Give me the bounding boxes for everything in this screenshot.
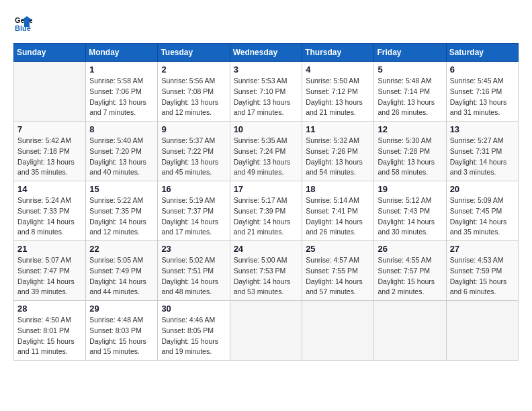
- calendar-cell: 21Sunrise: 5:07 AMSunset: 7:47 PMDayligh…: [14, 241, 86, 301]
- weekday-header: Wednesday: [230, 44, 302, 62]
- calendar-cell: 27Sunrise: 4:53 AMSunset: 7:59 PMDayligh…: [446, 241, 518, 301]
- calendar-week-row: 14Sunrise: 5:24 AMSunset: 7:33 PMDayligh…: [14, 181, 519, 241]
- day-number: 29: [89, 304, 154, 314]
- calendar-cell: 9Sunrise: 5:37 AMSunset: 7:22 PMDaylight…: [158, 122, 230, 181]
- calendar-week-row: 21Sunrise: 5:07 AMSunset: 7:47 PMDayligh…: [14, 241, 519, 301]
- calendar-week-row: 1Sunrise: 5:58 AMSunset: 7:06 PMDaylight…: [14, 62, 519, 122]
- day-number: 21: [17, 244, 82, 254]
- calendar-table: SundayMondayTuesdayWednesdayThursdayFrid…: [13, 43, 519, 361]
- calendar-cell: 22Sunrise: 5:05 AMSunset: 7:49 PMDayligh…: [86, 241, 158, 301]
- calendar-cell: 17Sunrise: 5:17 AMSunset: 7:39 PMDayligh…: [230, 181, 302, 241]
- calendar-cell: [302, 301, 374, 361]
- day-number: 25: [306, 244, 370, 254]
- calendar-cell: 14Sunrise: 5:24 AMSunset: 7:33 PMDayligh…: [14, 181, 86, 241]
- day-number: 8: [89, 124, 154, 134]
- calendar-cell: 25Sunrise: 4:57 AMSunset: 7:55 PMDayligh…: [302, 241, 374, 301]
- day-number: 27: [450, 244, 515, 254]
- day-info: Sunrise: 5:07 AMSunset: 7:47 PMDaylight:…: [17, 255, 82, 298]
- day-number: 13: [450, 124, 515, 134]
- day-info: Sunrise: 5:14 AMSunset: 7:41 PMDaylight:…: [306, 195, 370, 238]
- calendar-cell: 19Sunrise: 5:12 AMSunset: 7:43 PMDayligh…: [374, 181, 446, 241]
- calendar-cell: 30Sunrise: 4:46 AMSunset: 8:05 PMDayligh…: [158, 301, 230, 361]
- day-info: Sunrise: 4:48 AMSunset: 8:03 PMDaylight:…: [89, 315, 154, 357]
- day-info: Sunrise: 5:19 AMSunset: 7:37 PMDaylight:…: [161, 195, 226, 238]
- day-number: 7: [17, 124, 82, 134]
- calendar-cell: 8Sunrise: 5:40 AMSunset: 7:20 PMDaylight…: [86, 122, 158, 181]
- calendar-cell: 10Sunrise: 5:35 AMSunset: 7:24 PMDayligh…: [230, 122, 302, 181]
- calendar-cell: 20Sunrise: 5:09 AMSunset: 7:45 PMDayligh…: [446, 181, 518, 241]
- day-info: Sunrise: 5:27 AMSunset: 7:31 PMDaylight:…: [450, 136, 515, 178]
- day-info: Sunrise: 5:50 AMSunset: 7:12 PMDaylight:…: [306, 76, 370, 118]
- day-number: 10: [234, 124, 299, 134]
- day-number: 19: [378, 184, 442, 194]
- day-number: 3: [234, 64, 299, 75]
- calendar-week-row: 7Sunrise: 5:42 AMSunset: 7:18 PMDaylight…: [14, 122, 519, 181]
- weekday-header: Sunday: [14, 44, 86, 62]
- weekday-header: Friday: [374, 44, 446, 62]
- calendar-cell: 5Sunrise: 5:48 AMSunset: 7:14 PMDaylight…: [374, 62, 446, 122]
- day-info: Sunrise: 5:02 AMSunset: 7:51 PMDaylight:…: [161, 255, 226, 298]
- calendar-cell: [374, 301, 446, 361]
- day-number: 11: [306, 124, 370, 134]
- day-info: Sunrise: 4:55 AMSunset: 7:57 PMDaylight:…: [378, 255, 442, 298]
- calendar-cell: 11Sunrise: 5:32 AMSunset: 7:26 PMDayligh…: [302, 122, 374, 181]
- calendar-cell: 28Sunrise: 4:50 AMSunset: 8:01 PMDayligh…: [14, 301, 86, 361]
- day-number: 6: [450, 64, 515, 75]
- day-info: Sunrise: 5:58 AMSunset: 7:06 PMDaylight:…: [89, 76, 154, 118]
- day-info: Sunrise: 5:53 AMSunset: 7:10 PMDaylight:…: [234, 76, 299, 118]
- calendar-header-row: SundayMondayTuesdayWednesdayThursdayFrid…: [14, 44, 519, 62]
- day-number: 24: [234, 244, 299, 254]
- day-number: 20: [450, 184, 515, 194]
- calendar-cell: 6Sunrise: 5:45 AMSunset: 7:16 PMDaylight…: [446, 62, 518, 122]
- calendar-week-row: 28Sunrise: 4:50 AMSunset: 8:01 PMDayligh…: [14, 301, 519, 361]
- day-info: Sunrise: 5:09 AMSunset: 7:45 PMDaylight:…: [450, 195, 515, 238]
- calendar-cell: 4Sunrise: 5:50 AMSunset: 7:12 PMDaylight…: [302, 62, 374, 122]
- day-info: Sunrise: 5:42 AMSunset: 7:18 PMDaylight:…: [17, 136, 82, 178]
- calendar-cell: 23Sunrise: 5:02 AMSunset: 7:51 PMDayligh…: [158, 241, 230, 301]
- weekday-header: Tuesday: [158, 44, 230, 62]
- day-number: 17: [234, 184, 299, 194]
- day-number: 14: [17, 184, 82, 194]
- day-number: 30: [161, 304, 226, 314]
- logo-icon: General Blue: [13, 13, 32, 32]
- day-info: Sunrise: 5:30 AMSunset: 7:28 PMDaylight:…: [378, 136, 442, 178]
- day-info: Sunrise: 5:48 AMSunset: 7:14 PMDaylight:…: [378, 76, 442, 118]
- day-number: 16: [161, 184, 226, 194]
- day-info: Sunrise: 4:57 AMSunset: 7:55 PMDaylight:…: [306, 255, 370, 298]
- day-number: 28: [17, 304, 82, 314]
- weekday-header: Monday: [86, 44, 158, 62]
- day-number: 9: [161, 124, 226, 134]
- day-info: Sunrise: 5:00 AMSunset: 7:53 PMDaylight:…: [234, 255, 299, 298]
- calendar-cell: 29Sunrise: 4:48 AMSunset: 8:03 PMDayligh…: [86, 301, 158, 361]
- calendar-cell: 26Sunrise: 4:55 AMSunset: 7:57 PMDayligh…: [374, 241, 446, 301]
- calendar-cell: [14, 62, 86, 122]
- day-info: Sunrise: 5:40 AMSunset: 7:20 PMDaylight:…: [89, 136, 154, 178]
- day-info: Sunrise: 5:05 AMSunset: 7:49 PMDaylight:…: [89, 255, 154, 298]
- day-number: 12: [378, 124, 442, 134]
- day-info: Sunrise: 5:17 AMSunset: 7:39 PMDaylight:…: [234, 195, 299, 238]
- day-number: 26: [378, 244, 442, 254]
- calendar-cell: 24Sunrise: 5:00 AMSunset: 7:53 PMDayligh…: [230, 241, 302, 301]
- calendar-cell: 12Sunrise: 5:30 AMSunset: 7:28 PMDayligh…: [374, 122, 446, 181]
- page-header: General Blue: [13, 13, 519, 32]
- day-number: 2: [161, 64, 226, 75]
- calendar-cell: [230, 301, 302, 361]
- calendar-cell: 2Sunrise: 5:56 AMSunset: 7:08 PMDaylight…: [158, 62, 230, 122]
- day-number: 22: [89, 244, 154, 254]
- calendar-cell: 16Sunrise: 5:19 AMSunset: 7:37 PMDayligh…: [158, 181, 230, 241]
- day-info: Sunrise: 4:53 AMSunset: 7:59 PMDaylight:…: [450, 255, 515, 298]
- day-number: 1: [89, 64, 154, 75]
- logo: General Blue: [13, 13, 35, 32]
- day-info: Sunrise: 5:35 AMSunset: 7:24 PMDaylight:…: [234, 136, 299, 178]
- day-info: Sunrise: 5:56 AMSunset: 7:08 PMDaylight:…: [161, 76, 226, 118]
- weekday-header: Thursday: [302, 44, 374, 62]
- day-info: Sunrise: 5:24 AMSunset: 7:33 PMDaylight:…: [17, 195, 82, 238]
- day-number: 23: [161, 244, 226, 254]
- calendar-cell: 18Sunrise: 5:14 AMSunset: 7:41 PMDayligh…: [302, 181, 374, 241]
- calendar-cell: 15Sunrise: 5:22 AMSunset: 7:35 PMDayligh…: [86, 181, 158, 241]
- calendar-cell: 1Sunrise: 5:58 AMSunset: 7:06 PMDaylight…: [86, 62, 158, 122]
- day-info: Sunrise: 4:50 AMSunset: 8:01 PMDaylight:…: [17, 315, 82, 357]
- weekday-header: Saturday: [446, 44, 518, 62]
- day-info: Sunrise: 5:12 AMSunset: 7:43 PMDaylight:…: [378, 195, 442, 238]
- day-number: 4: [306, 64, 370, 75]
